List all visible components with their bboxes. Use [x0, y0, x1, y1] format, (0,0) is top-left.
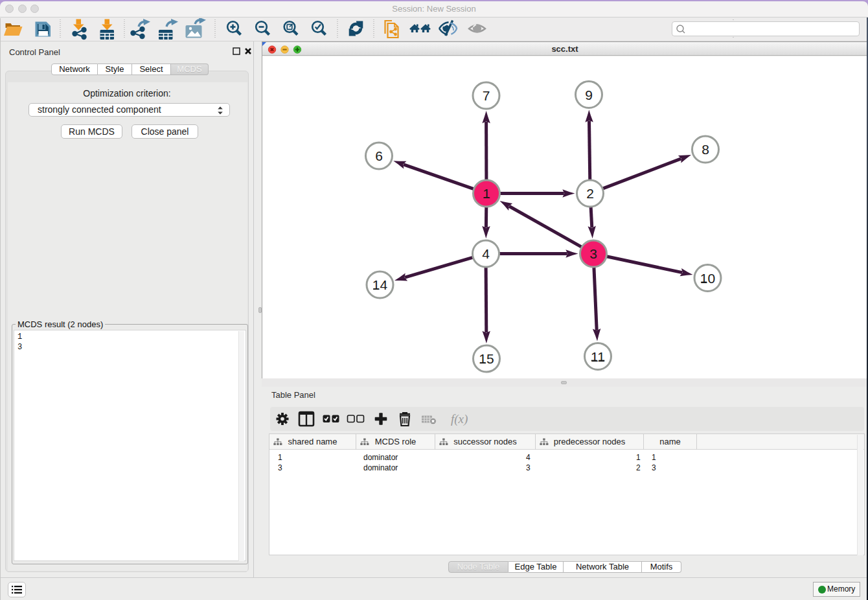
svg-text:1: 1 — [483, 186, 490, 201]
svg-text:2: 2 — [586, 186, 594, 201]
svg-text:f(x): f(x) — [451, 412, 468, 426]
svg-text:6: 6 — [375, 148, 383, 163]
svg-text:10: 10 — [700, 271, 715, 286]
svg-text:4: 4 — [482, 246, 490, 261]
svg-text:14: 14 — [372, 277, 388, 292]
svg-text:3: 3 — [589, 246, 597, 261]
svg-text:11: 11 — [591, 349, 605, 364]
svg-text:9: 9 — [585, 87, 593, 102]
svg-text:7: 7 — [483, 88, 490, 103]
svg-text:15: 15 — [479, 351, 494, 366]
svg-text:8: 8 — [702, 142, 709, 157]
